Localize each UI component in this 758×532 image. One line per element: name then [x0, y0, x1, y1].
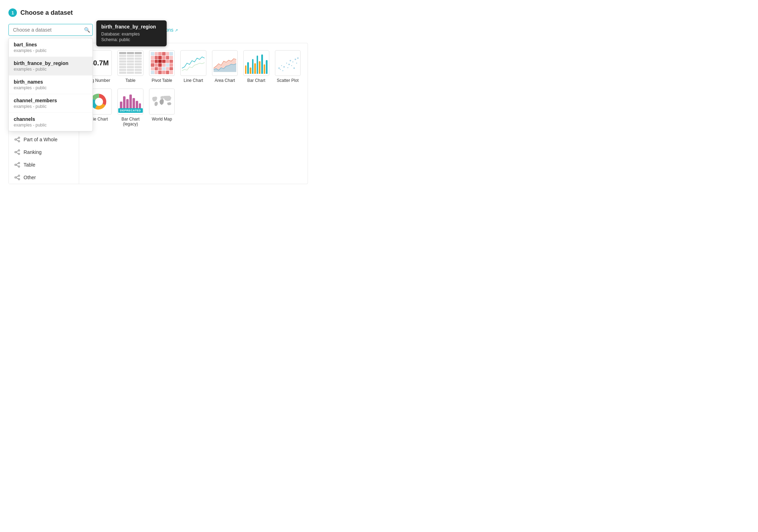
chart-thumb-scatter-plot: [275, 50, 301, 76]
external-link-icon: ↗: [175, 28, 178, 32]
svg-point-59: [292, 61, 293, 63]
chart-label-bar-chart: Bar Chart: [247, 78, 265, 83]
tooltip-schema: Schema: public: [101, 37, 162, 42]
bar-chart-preview: [245, 52, 268, 74]
sidebar-item-label: Ranking: [24, 149, 41, 155]
dropdown-item-name: channel_members: [14, 98, 88, 103]
pivot-preview: [151, 52, 173, 74]
svg-line-43: [16, 163, 18, 164]
bar-legacy-preview: [120, 93, 141, 110]
svg-point-53: [281, 65, 282, 66]
svg-line-44: [16, 165, 18, 166]
dropdown-item-bart-lines[interactable]: bart_lines examples - public: [9, 38, 92, 57]
svg-point-61: [296, 63, 297, 64]
dropdown-item-sub: examples - public: [14, 85, 88, 90]
tooltip-database: Database: examples: [101, 32, 162, 37]
chart-area: 80.7M Big Number: [79, 43, 308, 184]
svg-point-46: [18, 175, 20, 176]
dropdown-item-sub: examples - public: [14, 123, 88, 128]
dropdown-item-sub: examples - public: [14, 67, 88, 72]
top-section: 🔍 bart_lines examples - public birth_fra…: [8, 24, 308, 36]
chart-card-pivot-table[interactable]: Pivot Table: [149, 50, 175, 83]
chart-label-area-chart: Area Chart: [214, 78, 235, 83]
chart-grid-row2: Pie Chart DEPRECAT: [86, 89, 301, 126]
dropdown-item-channels[interactable]: channels examples - public: [9, 113, 92, 131]
chart-thumb-table: [117, 50, 143, 76]
sidebar-item-table[interactable]: Table: [9, 158, 79, 171]
svg-line-34: [16, 140, 18, 141]
share-alt-icon: [14, 162, 20, 168]
sidebar-item-other[interactable]: Other: [9, 171, 79, 184]
dataset-search-input[interactable]: [8, 24, 93, 36]
chart-card-table[interactable]: Table: [117, 50, 143, 83]
dropdown-item-channel-members[interactable]: channel_members examples - public: [9, 94, 92, 113]
search-icon: 🔍: [84, 27, 90, 33]
svg-point-42: [18, 166, 20, 167]
chart-thumb-line-chart: [180, 50, 206, 76]
svg-point-37: [18, 153, 20, 155]
chart-thumb-world-map: [149, 89, 175, 114]
chart-label-world-map: World Map: [152, 117, 172, 122]
svg-line-33: [16, 138, 18, 139]
dropdown-item-name: birth_names: [14, 79, 88, 85]
svg-point-54: [283, 66, 284, 67]
svg-line-48: [16, 176, 18, 177]
share-alt-icon: [14, 149, 20, 155]
sidebar-item-ranking[interactable]: Ranking: [9, 146, 79, 158]
sidebar-item-part-of-whole[interactable]: Part of a Whole: [9, 133, 79, 146]
dropdown-item-sub: examples - public: [14, 48, 88, 53]
chart-label-line-chart: Line Chart: [184, 78, 203, 83]
table-preview: [119, 52, 142, 74]
scatter-svg: [275, 51, 300, 76]
sidebar-item-label: Other: [24, 175, 36, 180]
svg-point-47: [18, 179, 20, 180]
svg-point-58: [289, 60, 291, 61]
chart-card-world-map[interactable]: World Map: [149, 89, 175, 126]
dataset-dropdown: bart_lines examples - public birth_franc…: [8, 38, 93, 131]
svg-point-45: [15, 177, 16, 178]
svg-point-32: [18, 141, 20, 142]
svg-point-55: [286, 63, 287, 64]
svg-point-36: [18, 150, 20, 151]
svg-point-30: [15, 139, 16, 140]
dropdown-item-birth-france[interactable]: birth_france_by_region examples - public: [9, 57, 92, 76]
svg-point-52: [278, 67, 280, 69]
sidebar-item-label: Part of a Whole: [24, 137, 58, 142]
svg-point-67: [95, 98, 103, 106]
chart-thumb-area-chart: [212, 50, 238, 76]
deprecated-badge: DEPRECATED: [118, 108, 143, 113]
svg-line-39: [16, 153, 18, 154]
search-wrapper: 🔍 bart_lines examples - public birth_fra…: [8, 24, 93, 36]
svg-point-60: [295, 59, 296, 60]
chart-card-scatter-plot[interactable]: Scatter Plot: [275, 50, 301, 83]
chart-thumb-pivot-table: [149, 50, 175, 76]
svg-line-49: [16, 178, 18, 179]
dropdown-item-name: channels: [14, 116, 88, 122]
svg-point-31: [18, 137, 20, 138]
chart-card-bar-chart[interactable]: Bar Chart: [243, 50, 269, 83]
line-chart-svg: [181, 51, 206, 76]
svg-point-56: [288, 64, 290, 65]
page-header: 1 Choose a dataset: [8, 8, 308, 17]
sidebar-item-label: Table: [24, 162, 35, 168]
chart-grid-row1: 80.7M Big Number: [86, 50, 301, 83]
world-map-svg: [150, 90, 173, 113]
tooltip-title: birth_france_by_region: [101, 24, 162, 30]
dropdown-item-name: bart_lines: [14, 42, 88, 47]
chart-label-pivot-table: Pivot Table: [152, 78, 172, 83]
chart-label-bar-chart-legacy: Bar Chart (legacy): [117, 117, 143, 126]
chart-label-pie-chart: Pie Chart: [90, 117, 108, 122]
chart-card-line-chart[interactable]: Line Chart: [180, 50, 206, 83]
share-alt-icon: [14, 137, 20, 142]
svg-point-40: [15, 164, 16, 166]
share-alt-icon: [14, 175, 20, 180]
dropdown-item-birth-names[interactable]: birth_names examples - public: [9, 76, 92, 94]
chart-card-area-chart[interactable]: Area Chart: [212, 50, 238, 83]
chart-card-bar-chart-legacy[interactable]: DEPRECATED Bar Chart (legacy): [117, 89, 143, 126]
svg-point-63: [282, 70, 283, 71]
svg-point-62: [297, 57, 298, 59]
svg-point-64: [287, 67, 288, 68]
svg-point-66: [293, 67, 295, 69]
step-badge: 1: [8, 8, 17, 17]
svg-point-65: [291, 65, 292, 66]
